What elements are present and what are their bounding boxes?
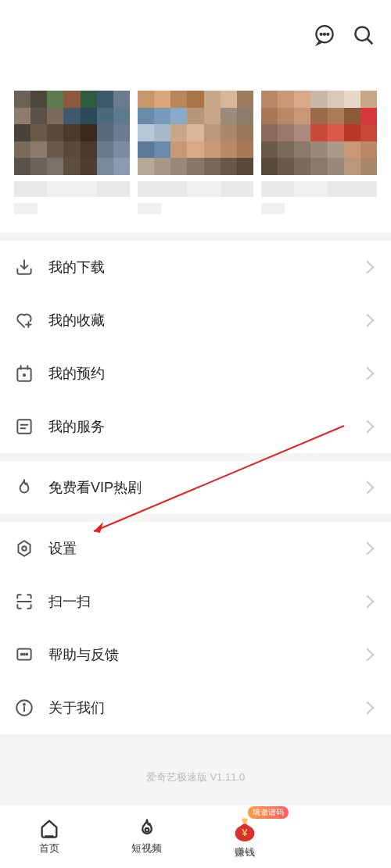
calendar-icon <box>14 363 34 384</box>
menu-my-downloads[interactable]: 我的下载 <box>0 241 391 294</box>
svg-point-2 <box>324 34 325 35</box>
menu-label: 我的下载 <box>48 258 363 277</box>
svg-point-20 <box>23 704 25 705</box>
settings-icon <box>14 538 34 559</box>
menu-label: 扫一扫 <box>48 592 363 611</box>
svg-point-15 <box>21 654 23 655</box>
svg-point-16 <box>23 654 25 655</box>
svg-point-24 <box>145 828 149 832</box>
nav-label: 短视频 <box>131 841 162 855</box>
menu-group-3: 设置 扫一扫 帮助与反馈 关于我们 <box>0 522 391 734</box>
svg-text:¥: ¥ <box>242 827 248 838</box>
video-card[interactable] <box>138 91 253 214</box>
svg-point-12 <box>22 546 26 550</box>
chevron-right-icon <box>361 261 375 274</box>
nav-earn[interactable]: 填邀请码 ¥ 赚钱 <box>196 805 293 868</box>
svg-point-1 <box>321 34 322 35</box>
info-icon <box>14 698 34 718</box>
menu-label: 帮助与反馈 <box>48 645 363 664</box>
menu-label: 关于我们 <box>48 698 363 717</box>
menu-my-reservations[interactable]: 我的预约 <box>0 347 391 400</box>
menu-label: 免费看VIP热剧 <box>48 478 363 497</box>
chevron-right-icon <box>361 542 375 555</box>
header-bar <box>0 0 391 70</box>
list-icon <box>14 416 34 437</box>
video-card[interactable] <box>14 91 130 214</box>
svg-point-17 <box>26 654 27 655</box>
scan-icon <box>14 591 34 612</box>
chat-icon[interactable] <box>313 23 336 47</box>
menu-label: 我的收藏 <box>48 311 363 330</box>
menu-scan[interactable]: 扫一扫 <box>0 575 391 628</box>
nav-shortvideo[interactable]: 短视频 <box>98 805 196 868</box>
svg-rect-8 <box>17 420 30 433</box>
chevron-right-icon <box>361 595 375 609</box>
fire-icon <box>136 817 158 839</box>
video-card[interactable] <box>261 91 377 214</box>
menu-about-us[interactable]: 关于我们 <box>0 681 391 734</box>
menu-label: 我的预约 <box>48 364 363 383</box>
menu-label: 设置 <box>48 539 363 558</box>
chevron-right-icon <box>361 314 375 327</box>
menu-my-services[interactable]: 我的服务 <box>0 400 391 453</box>
section-title-partial <box>0 70 391 83</box>
chevron-right-icon <box>361 367 375 380</box>
nav-home[interactable]: 首页 <box>0 805 98 868</box>
menu-group-1: 我的下载 我的收藏 我的预约 我的服务 <box>0 241 391 453</box>
menu-my-favorites[interactable]: 我的收藏 <box>0 294 391 347</box>
menu-free-vip[interactable]: 免费看VIP热剧 <box>0 461 391 514</box>
download-icon <box>14 257 34 277</box>
chevron-right-icon <box>361 648 375 662</box>
svg-line-5 <box>368 39 372 44</box>
chevron-right-icon <box>361 481 375 495</box>
nav-label: 赚钱 <box>235 845 255 859</box>
svg-point-3 <box>327 34 328 35</box>
nav-label: 首页 <box>39 841 59 855</box>
menu-label: 我的服务 <box>48 417 363 436</box>
money-bag-icon: ¥ <box>230 813 260 843</box>
feedback-icon <box>14 645 34 665</box>
menu-group-2: 免费看VIP热剧 <box>0 461 391 514</box>
svg-marker-11 <box>18 541 30 556</box>
chevron-right-icon <box>361 420 375 434</box>
menu-settings[interactable]: 设置 <box>0 522 391 575</box>
home-icon <box>38 817 60 839</box>
search-icon[interactable] <box>352 23 375 47</box>
heart-plus-icon <box>14 310 34 330</box>
menu-help-feedback[interactable]: 帮助与反馈 <box>0 628 391 681</box>
chevron-right-icon <box>361 702 375 715</box>
fire-icon <box>14 477 34 498</box>
svg-point-4 <box>355 27 369 41</box>
bottom-nav: 首页 短视频 填邀请码 ¥ 赚钱 <box>0 804 391 868</box>
history-cards <box>0 83 391 233</box>
svg-point-7 <box>23 374 25 376</box>
nav-spacer <box>293 805 391 868</box>
